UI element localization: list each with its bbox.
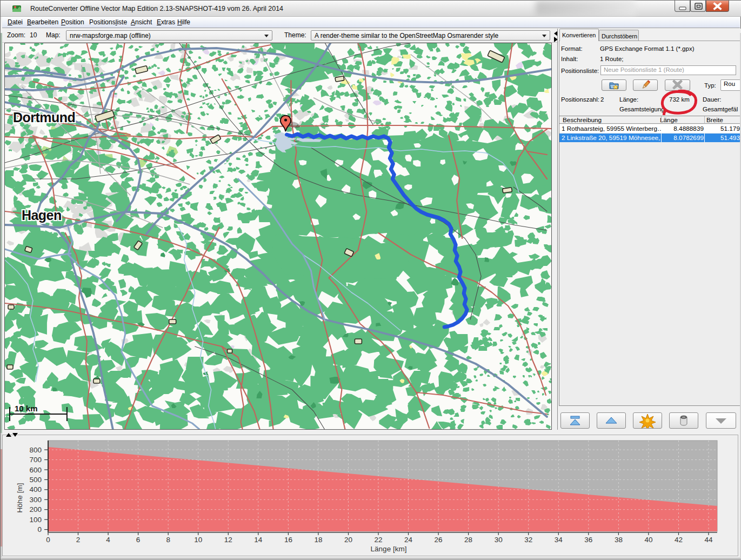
svg-text:700: 700: [29, 456, 42, 464]
svg-text:34: 34: [555, 536, 563, 544]
svg-text:10: 10: [194, 536, 202, 544]
svg-text:200: 200: [29, 505, 42, 514]
svg-text:400: 400: [29, 485, 42, 494]
svg-text:800: 800: [29, 446, 42, 454]
svg-text:Dortmund: Dortmund: [13, 110, 75, 125]
svg-text:32: 32: [524, 536, 532, 544]
svg-text:0: 0: [46, 536, 50, 544]
svg-text:100: 100: [29, 516, 42, 524]
svg-text:Höhe [m]: Höhe [m]: [16, 483, 24, 513]
svg-text:24: 24: [404, 536, 413, 544]
svg-text:300: 300: [29, 496, 42, 504]
svg-text:2: 2: [76, 536, 81, 544]
svg-text:Hagen: Hagen: [22, 208, 62, 223]
svg-text:20: 20: [344, 536, 352, 544]
svg-text:600: 600: [29, 466, 42, 474]
svg-text:42: 42: [675, 536, 683, 544]
svg-text:38: 38: [615, 536, 623, 544]
svg-text:6: 6: [136, 536, 141, 544]
svg-text:4: 4: [106, 536, 110, 544]
svg-text:0: 0: [37, 525, 42, 534]
svg-text:28: 28: [464, 536, 472, 544]
svg-text:36: 36: [584, 536, 592, 544]
svg-text:40: 40: [644, 536, 652, 544]
svg-text:8: 8: [166, 536, 170, 544]
svg-text:16: 16: [284, 536, 292, 544]
svg-text:Länge [km]: Länge [km]: [371, 545, 407, 553]
svg-text:44: 44: [704, 536, 713, 544]
svg-text:18: 18: [314, 536, 322, 544]
svg-text:500: 500: [29, 476, 42, 484]
svg-text:22: 22: [374, 536, 382, 544]
svg-text:26: 26: [435, 536, 443, 544]
svg-text:14: 14: [254, 536, 263, 544]
svg-text:30: 30: [495, 536, 503, 544]
svg-text:10 km: 10 km: [15, 404, 37, 413]
svg-text:12: 12: [224, 536, 232, 544]
